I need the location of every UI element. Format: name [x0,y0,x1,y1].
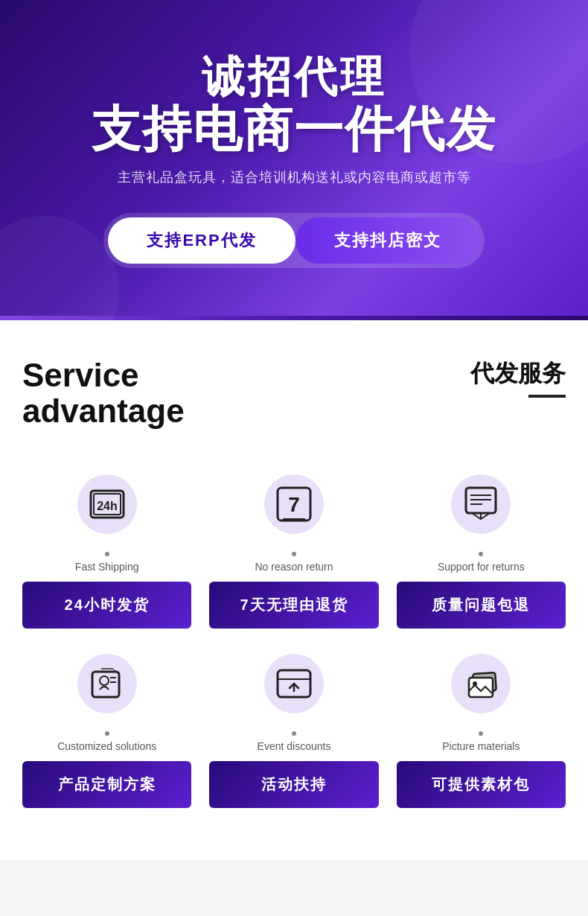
shipping-icon: 24h [85,482,130,527]
shipping-label-en: Fast Shipping [75,561,139,573]
divider-dot [479,731,483,736]
return-icon-wrap: 7 [253,467,335,541]
support-label-en: Support for returns [438,561,525,573]
hero-title-main: 诚招代理 [202,52,386,102]
support-icon [458,482,503,527]
service-title-en-1: Service [22,357,185,393]
divider-dot [105,552,109,556]
hero-buttons: 支持ERP代发 支持抖店密文 [103,213,484,268]
hero-decoration-2 [0,216,119,320]
custom-icon [85,661,130,706]
service-section: Service advantage 代发服务 24h Fast Shipping… [0,320,588,860]
picture-label-en: Picture materials [442,740,520,752]
divider-dot [105,731,109,736]
service-title-cn: 代发服务 [470,357,566,390]
event-icon [272,661,316,706]
service-card-picture: Picture materials 可提供素材包 [397,646,566,808]
erp-button[interactable]: 支持ERP代发 [108,217,295,264]
divider-dot [479,552,483,556]
service-header: Service advantage 代发服务 [22,357,566,430]
support-icon-wrap [440,467,522,541]
return-label-en: No reason return [255,561,333,573]
event-icon-wrap [253,646,335,721]
return-icon: 7 [272,482,316,527]
custom-label-en: Customized solutions [57,740,156,752]
svg-text:24h: 24h [97,500,118,512]
service-title-cn-wrap: 代发服务 [470,357,566,398]
picture-label-cn: 可提供素材包 [397,761,566,808]
service-card-shipping: 24h Fast Shipping 24小时发货 [22,467,191,629]
hero-desc: 主营礼品盒玩具，适合培训机构送礼或内容电商或超市等 [118,168,471,186]
hero-section: 诚招代理 支持电商一件代发 主营礼品盒玩具，适合培训机构送礼或内容电商或超市等 … [0,0,588,320]
custom-label-cn: 产品定制方案 [22,761,191,808]
picture-icon [458,661,503,706]
shipping-label-cn: 24小时发货 [22,582,191,629]
douyin-button[interactable]: 支持抖店密文 [295,217,480,264]
service-card-support: Support for returns 质量问题包退 [397,467,566,629]
svg-text:7: 7 [288,493,300,516]
service-card-return: 7 No reason return 7天无理由退货 [209,467,378,629]
divider-dot [292,552,296,556]
event-label-en: Event discounts [258,740,331,752]
svg-point-13 [100,676,109,685]
picture-icon-wrap [440,646,522,721]
service-card-event: Event discounts 活动扶持 [209,646,378,808]
service-title-line [528,395,566,398]
return-label-cn: 7天无理由退货 [209,582,378,629]
support-label-cn: 质量问题包退 [397,582,566,629]
service-title-en-wrap: Service advantage [22,357,185,430]
service-card-custom: Customized solutions 产品定制方案 [22,646,191,808]
service-title-en-2: advantage [22,393,185,429]
shipping-icon-wrap: 24h [66,467,148,541]
divider-dot [292,731,296,736]
event-label-cn: 活动扶持 [209,761,378,808]
custom-icon-wrap [66,646,148,721]
service-grid: 24h Fast Shipping 24小时发货 7 No reason ret… [22,467,566,808]
